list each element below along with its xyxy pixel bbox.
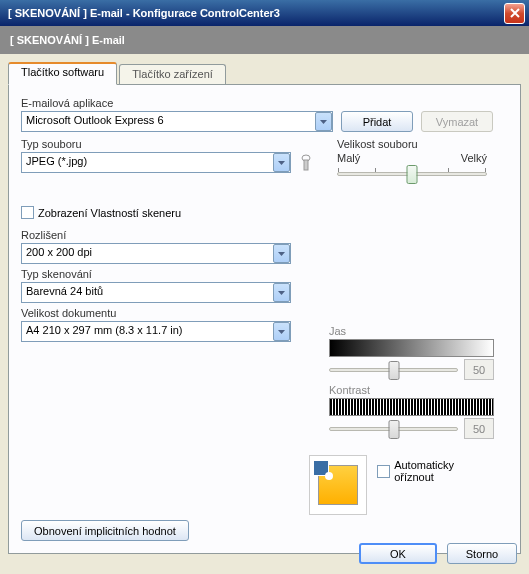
- contrast-pattern-icon: [329, 398, 494, 416]
- subheader-text: [ SKENOVÁNÍ ] E-mail: [10, 34, 125, 46]
- contrast-label: Kontrast: [329, 384, 494, 396]
- restore-defaults-button[interactable]: Obnovení implicitních hodnot: [21, 520, 189, 541]
- ok-button[interactable]: OK: [359, 543, 437, 564]
- auto-crop-checkbox[interactable]: Automaticky oříznout: [377, 459, 494, 483]
- file-size-label: Velikost souboru: [337, 138, 487, 150]
- chevron-down-icon: [278, 291, 285, 295]
- chevron-down-icon: [320, 120, 327, 124]
- preview-thumbnail: [309, 455, 367, 515]
- email-app-label: E-mailová aplikace: [21, 97, 508, 109]
- checkbox-box-icon: [21, 206, 34, 219]
- file-size-large-label: Velký: [461, 152, 487, 164]
- brightness-slider[interactable]: [329, 368, 458, 372]
- svg-rect-1: [304, 160, 308, 170]
- email-app-combo[interactable]: Microsoft Outlook Express 6: [21, 111, 333, 132]
- close-icon: [510, 8, 520, 18]
- resolution-combo[interactable]: 200 x 200 dpi: [21, 243, 291, 264]
- doc-size-value: A4 210 x 297 mm (8.3 x 11.7 in): [21, 321, 291, 342]
- brightness-label: Jas: [329, 325, 494, 337]
- tab-device-label: Tlačítko zařízení: [132, 68, 213, 80]
- checkbox-box-icon: [377, 465, 390, 478]
- delete-button: Vymazat: [421, 111, 493, 132]
- file-type-value: JPEG (*.jpg): [21, 152, 291, 173]
- scan-type-combo[interactable]: Barevná 24 bitů: [21, 282, 291, 303]
- file-type-label: Typ souboru: [21, 138, 317, 150]
- tab-panel: E-mailová aplikace Microsoft Outlook Exp…: [8, 84, 521, 554]
- file-size-slider[interactable]: [337, 172, 487, 176]
- chevron-down-icon: [278, 161, 285, 165]
- thumbnail-image-icon: [318, 465, 358, 505]
- brightness-thumb[interactable]: [388, 361, 399, 380]
- dropdown-button[interactable]: [315, 112, 332, 131]
- doc-size-label: Velikost dokumentu: [21, 307, 317, 319]
- scanner-settings-icon[interactable]: [299, 153, 313, 173]
- contrast-thumb[interactable]: [388, 420, 399, 439]
- tab-software-label: Tlačítko softwaru: [21, 66, 104, 78]
- tab-software[interactable]: Tlačítko softwaru: [8, 62, 117, 85]
- tab-strip: Tlačítko softwaru Tlačítko zařízení: [8, 62, 521, 84]
- close-button[interactable]: [504, 3, 525, 24]
- resolution-label: Rozlišení: [21, 229, 317, 241]
- show-scanner-label: Zobrazení Vlastností skeneru: [38, 207, 181, 219]
- email-app-value: Microsoft Outlook Express 6: [21, 111, 333, 132]
- brightness-value: 50: [464, 359, 494, 380]
- chevron-down-icon: [278, 252, 285, 256]
- scan-type-value: Barevná 24 bitů: [21, 282, 291, 303]
- scan-type-label: Typ skenování: [21, 268, 317, 280]
- resolution-value: 200 x 200 dpi: [21, 243, 291, 264]
- cancel-button[interactable]: Storno: [447, 543, 517, 564]
- file-size-thumb[interactable]: [407, 165, 418, 184]
- dropdown-button[interactable]: [273, 153, 290, 172]
- file-size-small-label: Malý: [337, 152, 360, 164]
- window-title: [ SKENOVÁNÍ ] E-mail - Konfigurace Contr…: [8, 7, 504, 19]
- file-type-combo[interactable]: JPEG (*.jpg): [21, 152, 291, 173]
- show-scanner-checkbox[interactable]: Zobrazení Vlastností skeneru: [21, 206, 181, 219]
- auto-crop-label: Automaticky oříznout: [394, 459, 494, 483]
- content: Tlačítko softwaru Tlačítko zařízení E-ma…: [0, 54, 529, 562]
- titlebar: [ SKENOVÁNÍ ] E-mail - Konfigurace Contr…: [0, 0, 529, 26]
- contrast-value: 50: [464, 418, 494, 439]
- brightness-gradient-icon: [329, 339, 494, 357]
- dropdown-button[interactable]: [273, 244, 290, 263]
- subheader: [ SKENOVÁNÍ ] E-mail: [0, 26, 529, 54]
- tab-device[interactable]: Tlačítko zařízení: [119, 64, 226, 84]
- chevron-down-icon: [278, 330, 285, 334]
- contrast-slider[interactable]: [329, 427, 458, 431]
- doc-size-combo[interactable]: A4 210 x 297 mm (8.3 x 11.7 in): [21, 321, 291, 342]
- add-button[interactable]: Přidat: [341, 111, 413, 132]
- dropdown-button[interactable]: [273, 322, 290, 341]
- dropdown-button[interactable]: [273, 283, 290, 302]
- dialog-footer: OK Storno: [359, 543, 517, 564]
